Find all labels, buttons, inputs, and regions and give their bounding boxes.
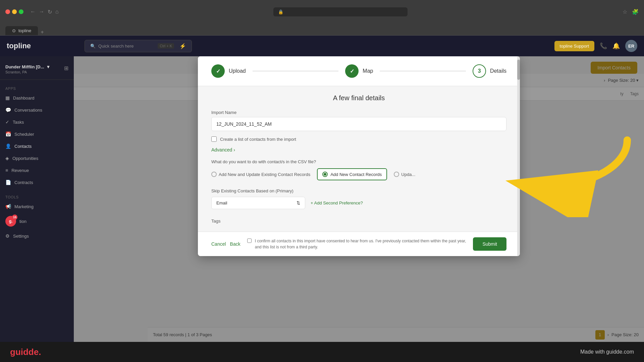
sidebar: Dunder Mifflin [D... ▼ Scranton, PA ⊞ Ap…	[0, 56, 74, 362]
chevron-down-icon: ▼	[46, 64, 51, 69]
modal-body: A few final details Import Name Create a…	[198, 86, 520, 232]
revenue-icon: ≡	[5, 168, 8, 173]
advanced-chevron-icon: ›	[233, 147, 235, 153]
back-nav-btn[interactable]: ←	[30, 9, 36, 15]
create-list-label: Create a list of contacts from the impor…	[220, 137, 296, 142]
browser-icons: ☆ 🧩	[623, 9, 639, 15]
sidebar-item-settings-label: Settings	[13, 234, 29, 239]
scroll-thumb	[517, 60, 520, 80]
refresh-btn[interactable]: ↻	[48, 9, 52, 15]
address-bar-container: 🔒	[63, 7, 619, 16]
radio-option-1[interactable]: Add New and Update Existing Contact Reco…	[211, 172, 310, 177]
bookmark-icon[interactable]: ☆	[623, 9, 627, 15]
guidde-logo-text: guidde.	[10, 347, 41, 357]
sidebar-section-apps-label: Apps	[0, 85, 74, 92]
sidebar-item-contacts-label: Contacts	[14, 144, 32, 149]
traffic-light-red[interactable]	[5, 9, 10, 14]
radio-dot-1	[211, 172, 217, 177]
sidebar-item-contracts-label: Contracts	[14, 180, 33, 185]
sidebar-item-marketing[interactable]: 📢 Marketing	[0, 200, 74, 213]
settings-icon: ⚙	[5, 233, 10, 239]
contacts-icon: 👤	[5, 143, 11, 149]
import-name-input[interactable]	[211, 117, 506, 131]
company-location: Scranton, PA	[5, 70, 68, 74]
sidebar-item-revenue[interactable]: ≡ Revenue	[0, 164, 74, 176]
radio-dot-inner	[324, 173, 326, 176]
lock-icon: 🔒	[278, 9, 283, 14]
sidebar-item-opportunities[interactable]: ◈ Opportunities	[0, 152, 74, 164]
address-bar[interactable]: 🔒	[273, 7, 408, 16]
step-upload-icon: ✓	[211, 64, 225, 78]
search-shortcut: Ctrl + K	[158, 43, 174, 49]
support-button[interactable]: topline Support	[554, 41, 594, 51]
user-avatar[interactable]: ER	[625, 40, 637, 52]
app-container: Dunder Mifflin [D... ▼ Scranton, PA ⊞ Ap…	[0, 36, 644, 362]
sidebar-section-tools: Tools 📢 Marketing g. 15 tion ⚙ Settings	[0, 191, 74, 245]
marketing-icon: 📢	[5, 204, 11, 209]
bell-icon[interactable]: 🔔	[612, 42, 620, 50]
radio-dot-3	[394, 172, 399, 177]
step-map-label: Map	[363, 68, 373, 74]
sidebar-item-dashboard[interactable]: ▦ Dashboard	[0, 92, 74, 104]
advanced-link[interactable]: Advanced ›	[211, 147, 506, 153]
skip-select-row: Email ⇅ + Add Second Preference?	[211, 197, 506, 209]
radio-option-3-label: Upda...	[401, 172, 415, 177]
step-map-icon: ✓	[345, 64, 359, 78]
dashboard-icon: ▦	[5, 95, 10, 101]
contact-action-label: What do you want to do with contact/s in…	[211, 159, 506, 164]
modal-footer: Cancel Back I confirm all contacts in th…	[198, 232, 520, 256]
company-selector[interactable]: Dunder Mifflin [D... ▼ Scranton, PA ⊞	[0, 62, 74, 80]
sidebar-item-automation[interactable]: g. 15 tion	[0, 213, 74, 230]
select-arrows-icon: ⇅	[297, 200, 300, 205]
top-nav: topline 🔍 Quick search here Ctrl + K ⚡ t…	[0, 36, 644, 56]
made-with-text: Made with guidde.com	[580, 349, 634, 355]
sidebar-section-tools-label: Tools	[0, 194, 74, 200]
browser-nav: ← → ↻ ⌂	[30, 9, 59, 15]
home-btn[interactable]: ⌂	[55, 9, 59, 15]
radio-option-3[interactable]: Upda...	[394, 172, 415, 177]
conversations-icon: 💬	[5, 107, 11, 113]
layout-icon[interactable]: ⊞	[64, 65, 68, 71]
sidebar-item-contacts[interactable]: 👤 Contacts	[0, 140, 74, 152]
new-tab-button[interactable]: +	[41, 29, 44, 35]
sidebar-item-settings[interactable]: ⚙ Settings	[0, 230, 74, 242]
phone-icon[interactable]: 📞	[600, 42, 607, 50]
app-logo: topline	[7, 42, 31, 50]
browser-chrome: ← → ↻ ⌂ 🔒 ☆ 🧩	[0, 0, 644, 23]
create-list-checkbox[interactable]	[211, 136, 217, 142]
radio-option-1-label: Add New and Update Existing Contact Reco…	[219, 172, 310, 177]
sidebar-item-conversations[interactable]: 💬 Conversations	[0, 104, 74, 116]
confirm-checkbox-row: I confirm all contacts in this import ha…	[247, 238, 467, 250]
bottom-bar: guidde. Made with guidde.com	[0, 342, 644, 362]
sidebar-item-automation-label: tion	[19, 219, 26, 224]
contracts-icon: 📄	[5, 180, 11, 185]
main-content: Import Contacts › Page Size: 20 ▾ ty Tag…	[74, 56, 644, 362]
cancel-button[interactable]: Cancel	[211, 238, 226, 250]
sidebar-item-conversations-label: Conversations	[14, 108, 42, 113]
sidebar-item-dashboard-label: Dashboard	[13, 96, 35, 101]
tags-label: Tags	[211, 219, 220, 224]
step-map: ✓ Map	[345, 64, 373, 78]
confirm-checkbox[interactable]	[247, 238, 252, 243]
scheduler-icon: 📅	[5, 131, 11, 137]
sidebar-item-opportunities-label: Opportunities	[12, 156, 38, 161]
radio-option-2-highlighted[interactable]: Add New Contact Records	[317, 168, 387, 180]
skip-section: Skip Existing Contacts Based on (Primary…	[211, 188, 506, 209]
add-preference-link[interactable]: + Add Second Preference?	[311, 200, 363, 205]
sidebar-item-contracts[interactable]: 📄 Contracts	[0, 176, 74, 188]
forward-nav-btn[interactable]: →	[39, 9, 44, 15]
radio-option-2-label: Add New Contact Records	[330, 172, 382, 177]
submit-button[interactable]: Submit	[473, 237, 506, 251]
search-bar[interactable]: 🔍 Quick search here Ctrl + K ⚡	[85, 40, 192, 52]
sidebar-item-scheduler[interactable]: 📅 Scheduler	[0, 128, 74, 140]
back-button[interactable]: Back	[230, 238, 240, 250]
traffic-lights	[5, 9, 23, 14]
lightning-icon: ⚡	[179, 43, 186, 49]
sidebar-item-tasks[interactable]: ✓ Tasks	[0, 116, 74, 128]
tab-bar: ⊙ topline +	[0, 23, 644, 36]
traffic-light-green[interactable]	[19, 9, 23, 14]
browser-tab[interactable]: ⊙ topline	[5, 26, 38, 35]
skip-select[interactable]: Email ⇅	[211, 197, 305, 209]
traffic-light-yellow[interactable]	[12, 9, 17, 14]
extensions-icon[interactable]: 🧩	[632, 9, 639, 15]
